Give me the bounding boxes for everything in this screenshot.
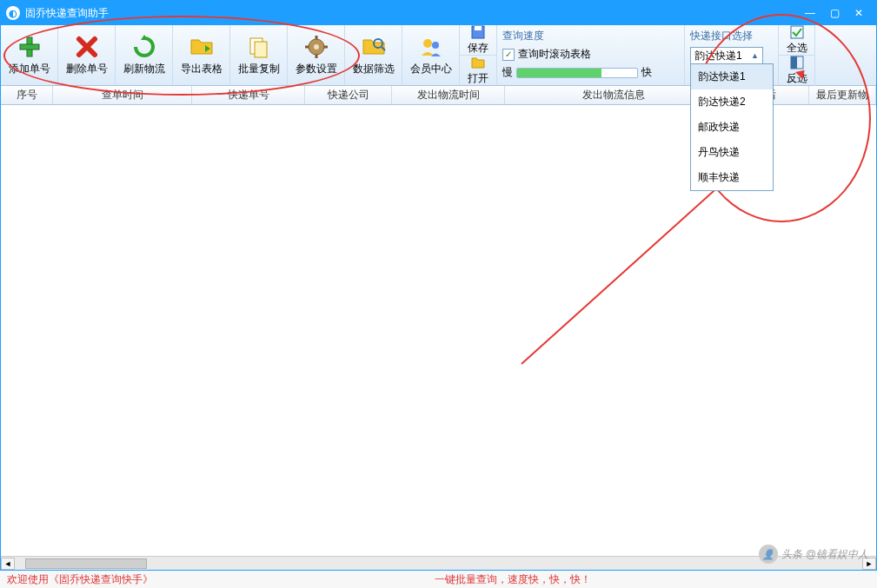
scroll-right-icon[interactable]: ► — [862, 558, 876, 570]
folder-export-icon — [189, 34, 215, 60]
status-tagline: 一键批量查询，速度快，快，快！ — [435, 572, 591, 587]
svg-point-12 — [423, 39, 432, 48]
interface-option[interactable]: 邮政快递 — [691, 115, 773, 140]
horizontal-scrollbar[interactable]: ◄ ► — [1, 556, 876, 570]
delete-label: 删除单号 — [66, 62, 108, 76]
col-shiptime[interactable]: 发出物流时间 — [392, 86, 505, 104]
minimize-button[interactable]: — — [798, 4, 822, 22]
gear-icon — [303, 34, 329, 60]
batchcopy-button[interactable]: 批量复制 — [230, 25, 288, 85]
app-icon: ◐ — [6, 6, 20, 20]
export-label: 导出表格 — [181, 62, 223, 76]
close-button[interactable]: ✕ — [847, 4, 871, 22]
interface-selected: 韵达快递1 — [694, 49, 742, 63]
add-button[interactable]: 添加单号 — [1, 25, 58, 85]
open-label: 打开 — [468, 71, 488, 86]
interface-combo[interactable]: 韵达快递1 ▲ — [690, 47, 763, 64]
title-bar: ◐ 固乔快递查询助手 — ▢ ✕ — [1, 1, 876, 25]
refresh-button[interactable]: 刷新物流 — [116, 25, 173, 85]
invert-label: 反选 — [787, 71, 807, 86]
svg-rect-1 — [20, 44, 39, 50]
filter-icon — [361, 34, 387, 60]
chevron-down-icon: ▲ — [751, 51, 759, 60]
status-bar: 欢迎使用《固乔快递查询快手》 一键批量查询，速度快，快，快！ — [0, 571, 877, 588]
batchcopy-label: 批量复制 — [238, 62, 280, 76]
interface-option[interactable]: 韵达快递2 — [691, 89, 773, 115]
copy-icon — [246, 34, 272, 60]
delete-button[interactable]: 删除单号 — [58, 25, 116, 85]
plus-icon — [17, 34, 43, 60]
main-toolbar: 添加单号 删除单号 刷新物流 导出表格 批量复制 参数设置 数据筛选 会员中心 — [1, 25, 876, 86]
maximize-button[interactable]: ▢ — [822, 4, 847, 22]
svg-rect-15 — [475, 26, 482, 30]
speed-title: 查询速度 — [502, 29, 679, 43]
svg-point-13 — [432, 42, 439, 49]
open-icon — [471, 56, 485, 69]
col-company[interactable]: 快递公司 — [305, 86, 392, 104]
slow-label: 慢 — [502, 65, 513, 80]
scroll-checkbox[interactable]: ✓ — [502, 49, 515, 61]
interface-option[interactable]: 顺丰快递 — [691, 165, 773, 190]
selectall-label: 全选 — [787, 41, 807, 56]
scroll-thumb[interactable] — [25, 558, 147, 569]
invert-button[interactable]: 反选 — [779, 56, 815, 86]
filter-button[interactable]: 数据筛选 — [345, 25, 402, 85]
users-icon — [418, 34, 444, 60]
interface-dropdown: 韵达快递1 韵达快递2 邮政快递 丹鸟快递 顺丰快递 — [690, 63, 774, 191]
col-querytime[interactable]: 查单时间 — [53, 86, 192, 104]
params-button[interactable]: 参数设置 — [288, 25, 345, 85]
selectall-icon — [790, 25, 804, 39]
svg-point-5 — [314, 44, 319, 50]
svg-rect-18 — [791, 56, 797, 69]
export-button[interactable]: 导出表格 — [173, 25, 230, 85]
speed-group: 查询速度 ✓ 查询时滚动表格 慢 快 — [497, 25, 685, 85]
refresh-icon — [131, 34, 157, 60]
member-button[interactable]: 会员中心 — [402, 25, 460, 85]
scroll-left-icon[interactable]: ◄ — [1, 558, 15, 570]
interface-option[interactable]: 韵达快递1 — [691, 64, 773, 89]
add-label: 添加单号 — [9, 62, 50, 76]
svg-rect-3 — [255, 42, 267, 57]
params-label: 参数设置 — [296, 62, 337, 76]
save-button[interactable]: 保存 — [460, 25, 496, 56]
fast-label: 快 — [641, 65, 652, 80]
col-trackno[interactable]: 快递单号 — [192, 86, 305, 104]
member-label: 会员中心 — [410, 62, 452, 76]
window-title: 固乔快递查询助手 — [25, 6, 798, 21]
invert-icon — [790, 56, 804, 69]
open-button[interactable]: 打开 — [460, 56, 496, 86]
col-lastinfo[interactable]: 最后更新物 — [809, 86, 876, 104]
scroll-label: 查询时滚动表格 — [518, 47, 591, 62]
filter-label: 数据筛选 — [353, 62, 395, 76]
col-idx[interactable]: 序号 — [1, 86, 53, 104]
interface-title: 快递接口选择 — [690, 29, 773, 43]
refresh-label: 刷新物流 — [123, 62, 165, 76]
save-label: 保存 — [468, 41, 488, 56]
interface-option[interactable]: 丹鸟快递 — [691, 140, 773, 165]
speed-slider[interactable] — [516, 68, 638, 78]
interface-group: 快递接口选择 韵达快递1 ▲ 韵达快递1 韵达快递2 邮政快递 丹鸟快递 顺丰快… — [685, 25, 779, 85]
disk-icon — [471, 25, 485, 39]
selectall-button[interactable]: 全选 — [779, 25, 815, 56]
status-welcome: 欢迎使用《固乔快递查询快手》 — [7, 572, 153, 587]
x-icon — [74, 34, 100, 60]
